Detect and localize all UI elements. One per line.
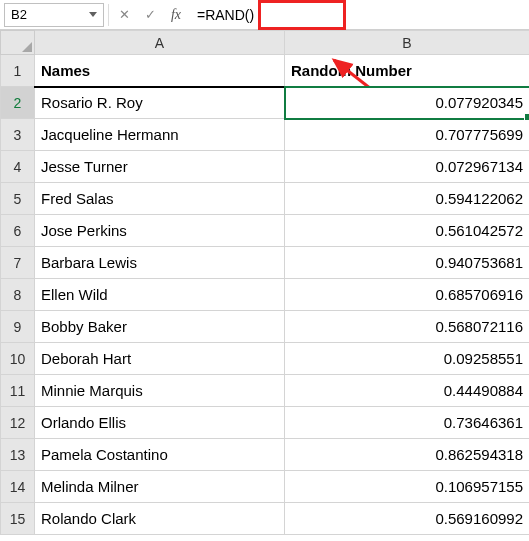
row-header[interactable]: 11 xyxy=(1,375,35,407)
cell-value[interactable]: 0.106957155 xyxy=(285,471,530,503)
table-row: 4 Jesse Turner 0.072967134 xyxy=(1,151,530,183)
row-header[interactable]: 13 xyxy=(1,439,35,471)
cell-value[interactable]: 0.09258551 xyxy=(285,343,530,375)
row-header[interactable]: 1 xyxy=(1,55,35,87)
chevron-down-icon[interactable] xyxy=(89,12,97,17)
cell-name[interactable]: Fred Salas xyxy=(35,183,285,215)
cell-value[interactable]: 0.685706916 xyxy=(285,279,530,311)
row-header[interactable]: 9 xyxy=(1,311,35,343)
row-header[interactable]: 14 xyxy=(1,471,35,503)
table-row: 12 Orlando Ellis 0.73646361 xyxy=(1,407,530,439)
table-row: 5 Fred Salas 0.594122062 xyxy=(1,183,530,215)
row-header[interactable]: 8 xyxy=(1,279,35,311)
name-box[interactable]: B2 xyxy=(4,3,104,27)
row-header[interactable]: 4 xyxy=(1,151,35,183)
table-row: 6 Jose Perkins 0.561042572 xyxy=(1,215,530,247)
table-row: 11 Minnie Marquis 0.44490884 xyxy=(1,375,530,407)
row-header[interactable]: 10 xyxy=(1,343,35,375)
cell-value[interactable]: 0.568072116 xyxy=(285,311,530,343)
cancel-icon[interactable]: ✕ xyxy=(113,4,135,26)
cell-name[interactable]: Barbara Lewis xyxy=(35,247,285,279)
row-header[interactable]: 6 xyxy=(1,215,35,247)
row-header[interactable]: 7 xyxy=(1,247,35,279)
column-header-row: A B xyxy=(1,31,530,55)
table-row: 13 Pamela Costantino 0.862594318 xyxy=(1,439,530,471)
table-row: 3 Jacqueline Hermann 0.707775699 xyxy=(1,119,530,151)
cell-name[interactable]: Jose Perkins xyxy=(35,215,285,247)
cell-name[interactable]: Minnie Marquis xyxy=(35,375,285,407)
cell-value[interactable]: 0.594122062 xyxy=(285,183,530,215)
row-header[interactable]: 12 xyxy=(1,407,35,439)
cell-value[interactable]: 0.561042572 xyxy=(285,215,530,247)
formula-bar: B2 ✕ ✓ fx =RAND() xyxy=(0,0,529,30)
cell-value[interactable]: 0.44490884 xyxy=(285,375,530,407)
fx-icon[interactable]: fx xyxy=(165,4,187,26)
formula-input[interactable]: =RAND() xyxy=(191,3,281,27)
cell-name[interactable]: Jesse Turner xyxy=(35,151,285,183)
table-row: 8 Ellen Wild 0.685706916 xyxy=(1,279,530,311)
column-header-a[interactable]: A xyxy=(35,31,285,55)
cell-b1[interactable]: Random Number xyxy=(285,55,530,87)
cell-name[interactable]: Deborah Hart xyxy=(35,343,285,375)
table-row: 2 Rosario R. Roy 0.077920345 xyxy=(1,87,530,119)
table-row: 15 Rolando Clark 0.569160992 xyxy=(1,503,530,535)
cell-value[interactable]: 0.707775699 xyxy=(285,119,530,151)
cell-name[interactable]: Pamela Costantino xyxy=(35,439,285,471)
cell-reference: B2 xyxy=(11,7,27,22)
table-row: 1 Names Random Number xyxy=(1,55,530,87)
cell-name[interactable]: Ellen Wild xyxy=(35,279,285,311)
row-header[interactable]: 2 xyxy=(1,87,35,119)
table-row: 7 Barbara Lewis 0.940753681 xyxy=(1,247,530,279)
cell-value[interactable]: 0.072967134 xyxy=(285,151,530,183)
cell-name[interactable]: Jacqueline Hermann xyxy=(35,119,285,151)
cell-value[interactable]: 0.077920345 xyxy=(285,87,530,119)
cell-value[interactable]: 0.73646361 xyxy=(285,407,530,439)
cell-value[interactable]: 0.862594318 xyxy=(285,439,530,471)
cell-value[interactable]: 0.569160992 xyxy=(285,503,530,535)
select-all-corner[interactable] xyxy=(1,31,35,55)
row-header[interactable]: 3 xyxy=(1,119,35,151)
spreadsheet-grid: A B 1 Names Random Number 2 Rosario R. R… xyxy=(0,30,529,535)
cell-name[interactable]: Melinda Milner xyxy=(35,471,285,503)
cell-name[interactable]: Bobby Baker xyxy=(35,311,285,343)
row-header[interactable]: 5 xyxy=(1,183,35,215)
cell-value[interactable]: 0.940753681 xyxy=(285,247,530,279)
row-header[interactable]: 15 xyxy=(1,503,35,535)
table-row: 14 Melinda Milner 0.106957155 xyxy=(1,471,530,503)
column-header-b[interactable]: B xyxy=(285,31,530,55)
cell-name[interactable]: Rolando Clark xyxy=(35,503,285,535)
cell-name[interactable]: Rosario R. Roy xyxy=(35,87,285,119)
cell-a1[interactable]: Names xyxy=(35,55,285,87)
cell-name[interactable]: Orlando Ellis xyxy=(35,407,285,439)
confirm-icon[interactable]: ✓ xyxy=(139,4,161,26)
divider xyxy=(108,4,109,26)
table-row: 10 Deborah Hart 0.09258551 xyxy=(1,343,530,375)
table-row: 9 Bobby Baker 0.568072116 xyxy=(1,311,530,343)
